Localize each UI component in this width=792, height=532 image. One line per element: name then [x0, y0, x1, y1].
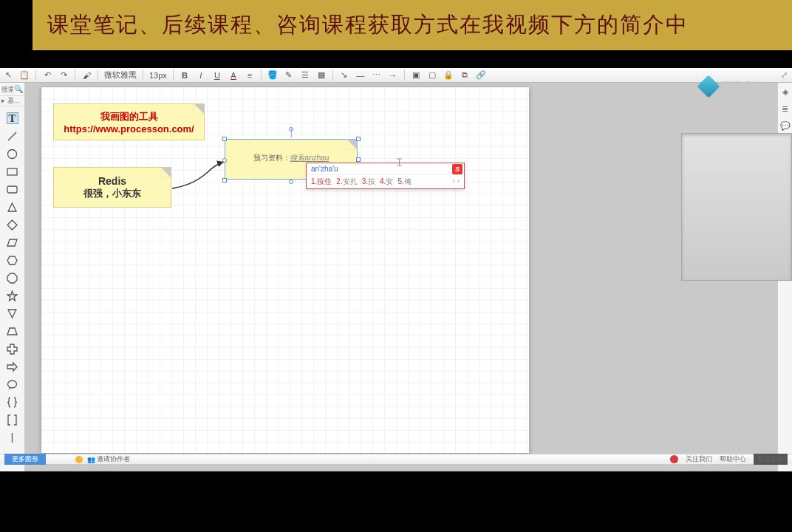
- comment-icon[interactable]: 💬: [780, 121, 791, 131]
- link-icon[interactable]: 🔗: [476, 70, 486, 81]
- rect-shape-icon[interactable]: [7, 166, 18, 177]
- redo-icon[interactable]: ↷: [58, 70, 69, 81]
- list-icon[interactable]: ☰: [300, 70, 310, 81]
- group-icon[interactable]: ⧉: [460, 70, 470, 81]
- cross-shape-icon[interactable]: [7, 343, 18, 355]
- ime-cand-2[interactable]: 2.安扎: [336, 177, 357, 187]
- clipboard-icon[interactable]: 📋: [19, 70, 30, 81]
- hexagon-shape-icon[interactable]: [7, 254, 18, 266]
- callout-shape-icon[interactable]: [7, 378, 18, 390]
- toolbar: ↖ 📋 ↶ ↷ 🖌 微软雅黑 13px B I U A ≡ 🪣 ✎ ☰ ▦ ↘ …: [0, 68, 792, 83]
- sel-handle-tl[interactable]: [222, 137, 227, 141]
- sel-handle-tr[interactable]: [356, 137, 361, 141]
- note-redis[interactable]: Redis 很强，小东东: [53, 167, 171, 208]
- weibo-icon[interactable]: [670, 455, 678, 463]
- layers-icon[interactable]: ≣: [782, 104, 788, 114]
- svg-marker-9: [7, 291, 17, 301]
- arrow-icon[interactable]: →: [388, 70, 398, 81]
- font-family-select[interactable]: 微软雅黑: [104, 69, 137, 81]
- ime-cand-4[interactable]: 4.安: [380, 177, 393, 187]
- shape-search-input[interactable]: [1, 86, 13, 93]
- highlight-icon[interactable]: ✎: [284, 70, 294, 81]
- nav-icon[interactable]: ◈: [782, 87, 788, 97]
- brace-shape-icon[interactable]: [7, 396, 18, 408]
- fill-color-icon[interactable]: 🪣: [267, 70, 278, 81]
- conn-handle-l[interactable]: [222, 158, 227, 163]
- connector-arrow: [171, 157, 230, 191]
- svg-point-14: [8, 381, 17, 388]
- svg-point-1: [8, 149, 17, 158]
- triangle-shape-icon[interactable]: [7, 201, 18, 213]
- svg-marker-6: [7, 239, 17, 246]
- cursor-icon[interactable]: ↖: [3, 70, 13, 81]
- star-shape-icon[interactable]: [7, 290, 18, 301]
- shape-category[interactable]: ▸ 基…: [0, 96, 24, 106]
- follow-us[interactable]: 关注我们: [686, 454, 712, 464]
- line-solid-icon[interactable]: —: [355, 70, 366, 81]
- invite-collab[interactable]: 👥 邀请协作者: [87, 454, 130, 464]
- video-bottom-bar: [0, 471, 792, 532]
- ime-popup[interactable]: an'zha'u S 1.按住 2.安扎 3.按 4.安 5.俺 ‹ ›: [306, 163, 465, 189]
- svg-line-0: [8, 132, 16, 140]
- note-tool-url: https://www.processon.com/: [61, 123, 197, 134]
- expand-toolbar-icon[interactable]: ⤢: [781, 70, 788, 80]
- banner-text: 课堂笔记、后续课程、咨询课程获取方式在我视频下方的简介中: [47, 10, 689, 40]
- ime-more-icon[interactable]: ‹ ›: [453, 177, 460, 187]
- note-redis-sub: 很强，小东东: [61, 187, 163, 200]
- align-icon[interactable]: ≡: [245, 70, 255, 81]
- roundrect-shape-icon[interactable]: [7, 183, 18, 195]
- rotate-line: [291, 129, 292, 137]
- help-center[interactable]: 帮助中心: [720, 454, 746, 464]
- canvas-area[interactable]: 我画图的工具 https://www.processon.com/ Redis …: [25, 83, 777, 471]
- octagon-shape-icon[interactable]: [7, 272, 18, 284]
- ime-cand-5[interactable]: 5.俺: [397, 177, 411, 187]
- note-redis-title: Redis: [61, 175, 163, 187]
- ime-cand-3[interactable]: 3.按: [362, 177, 375, 187]
- format-painter-icon[interactable]: 🖌: [81, 70, 92, 81]
- diamond-shape-icon[interactable]: [7, 219, 18, 231]
- font-color-icon[interactable]: A: [228, 70, 239, 81]
- conn-handle-b[interactable]: [289, 180, 293, 184]
- svg-marker-8: [7, 273, 17, 283]
- back-icon[interactable]: ▢: [427, 70, 437, 81]
- tencent-class-logo: 腾讯课堂: [700, 78, 762, 95]
- table-icon[interactable]: ▦: [316, 70, 327, 81]
- undo-icon[interactable]: ↶: [42, 70, 52, 81]
- line-style-icon[interactable]: ⋯: [372, 70, 382, 81]
- bold-icon[interactable]: B: [180, 70, 190, 81]
- font-size-select[interactable]: 13px: [149, 71, 167, 80]
- bracket-shape-icon[interactable]: [7, 414, 18, 426]
- mouse-cursor-icon: ⌶: [397, 157, 402, 167]
- text-tool-icon[interactable]: T: [7, 112, 18, 124]
- connector-icon[interactable]: ↘: [339, 70, 349, 81]
- parallelogram-shape-icon[interactable]: [7, 236, 18, 248]
- status-bar: 更多图形 👥 邀请协作者 关注我们 帮助中心 提交反馈: [0, 454, 792, 464]
- sel-handle-r[interactable]: [356, 157, 361, 162]
- vbar-shape-icon[interactable]: [7, 432, 18, 443]
- circle-shape-icon[interactable]: [7, 148, 18, 160]
- banner-inner: 课堂笔记、后续课程、咨询课程获取方式在我视频下方的简介中: [33, 0, 792, 50]
- shape-search-row: 🔍: [0, 83, 24, 96]
- front-icon[interactable]: ▣: [411, 70, 421, 81]
- lock-icon[interactable]: 🔒: [443, 70, 454, 81]
- arrow-shape-icon[interactable]: [7, 361, 18, 372]
- feedback-button[interactable]: 提交反馈: [754, 454, 788, 465]
- svg-marker-5: [7, 220, 17, 230]
- ime-cand-1[interactable]: 1.按住: [311, 177, 332, 187]
- note-edit-link: 搜索anzhau: [290, 154, 330, 162]
- trapezoid-shape-icon[interactable]: [7, 325, 18, 337]
- underline-icon[interactable]: U: [212, 70, 222, 81]
- sel-handle-bl[interactable]: [222, 178, 227, 183]
- preview-panel[interactable]: [681, 133, 792, 281]
- more-shapes-button[interactable]: 更多图形: [4, 454, 46, 465]
- note-tool-info[interactable]: 我画图的工具 https://www.processon.com/: [53, 103, 205, 140]
- svg-marker-7: [7, 256, 17, 265]
- black-bar: [0, 50, 792, 68]
- svg-line-15: [9, 387, 10, 389]
- canvas[interactable]: 我画图的工具 https://www.processon.com/ Redis …: [41, 87, 529, 453]
- triangle-down-icon[interactable]: [7, 307, 18, 319]
- line-shape-icon[interactable]: [7, 130, 18, 142]
- shape-list: T: [0, 106, 24, 471]
- italic-icon[interactable]: I: [196, 70, 206, 81]
- search-icon[interactable]: 🔍: [14, 85, 23, 93]
